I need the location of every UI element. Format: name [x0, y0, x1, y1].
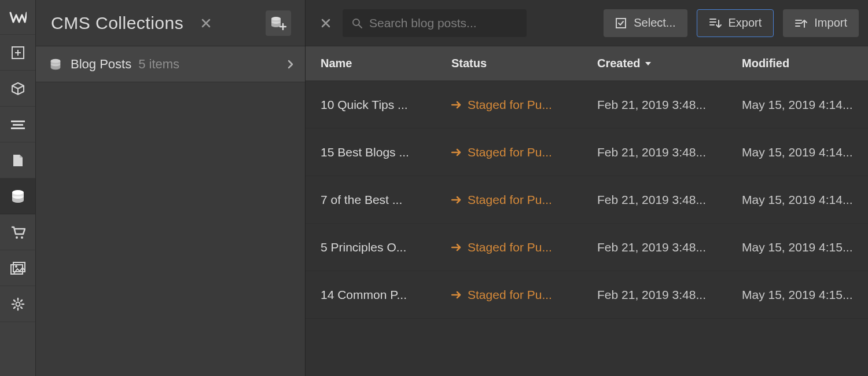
- collection-count: 5 items: [138, 57, 179, 72]
- page-icon[interactable]: [0, 143, 35, 178]
- cell-modified: May 15, 2019 4:15...: [742, 240, 868, 254]
- svg-rect-2: [13, 124, 23, 126]
- export-icon: [709, 17, 722, 29]
- cms-icon[interactable]: [0, 178, 35, 214]
- cell-status: Staged for Pu...: [451, 98, 597, 112]
- svg-point-9: [15, 265, 17, 268]
- select-button[interactable]: Select...: [604, 9, 687, 37]
- cell-name: 5 Principles O...: [306, 240, 451, 254]
- app-root: CMS Collections Blog Posts 5 items: [0, 0, 868, 376]
- settings-icon[interactable]: [0, 286, 35, 322]
- box-icon[interactable]: [0, 71, 35, 107]
- toolbar-close-button[interactable]: [318, 16, 333, 31]
- collection-icon: [50, 59, 61, 70]
- table-row[interactable]: 15 Best Blogs ...Staged for Pu...Feb 21,…: [306, 129, 868, 176]
- collection-row[interactable]: Blog Posts 5 items: [36, 46, 305, 82]
- cell-created: Feb 21, 2019 3:48...: [597, 98, 742, 112]
- svg-rect-1: [11, 121, 25, 122]
- collection-list: Blog Posts 5 items: [36, 46, 305, 376]
- cell-name: 15 Best Blogs ...: [306, 145, 451, 159]
- status-text: Staged for Pu...: [468, 193, 552, 207]
- cell-created: Feb 21, 2019 3:48...: [597, 193, 742, 207]
- table-row[interactable]: 5 Principles O...Staged for Pu...Feb 21,…: [306, 224, 868, 271]
- cell-status: Staged for Pu...: [451, 288, 597, 302]
- svg-point-10: [16, 302, 20, 306]
- chevron-right-icon: [288, 60, 293, 69]
- svg-point-5: [16, 236, 18, 239]
- cell-name: 7 of the Best ...: [306, 193, 451, 207]
- arrow-right-icon: [451, 196, 462, 204]
- cell-modified: May 15, 2019 4:15...: [742, 288, 868, 302]
- arrow-right-icon: [451, 101, 462, 109]
- cell-modified: May 15, 2019 4:14...: [742, 98, 868, 112]
- column-modified[interactable]: Modified: [742, 57, 868, 70]
- sort-desc-icon: [645, 61, 652, 66]
- cell-name: 14 Common P...: [306, 288, 451, 302]
- table-body: 10 Quick Tips ...Staged for Pu...Feb 21,…: [306, 81, 868, 319]
- import-icon: [795, 17, 807, 29]
- toolbar-right: Select... Export Import: [604, 9, 859, 37]
- panel-header: CMS Collections: [36, 0, 305, 46]
- cell-status: Staged for Pu...: [451, 193, 597, 207]
- arrow-right-icon: [451, 148, 462, 156]
- arrow-right-icon: [451, 291, 462, 299]
- table-row[interactable]: 14 Common P...Staged for Pu...Feb 21, 20…: [306, 271, 868, 319]
- search-icon: [352, 18, 362, 28]
- collections-panel: CMS Collections Blog Posts 5 items: [36, 0, 306, 376]
- arrow-right-icon: [451, 243, 462, 251]
- add-icon[interactable]: [0, 35, 35, 71]
- panel-title: CMS Collections: [51, 13, 183, 33]
- table-row[interactable]: 7 of the Best ...Staged for Pu...Feb 21,…: [306, 176, 868, 224]
- toolbar: Select... Export Import: [306, 0, 868, 46]
- cell-name: 10 Quick Tips ...: [306, 98, 451, 112]
- export-label: Export: [729, 16, 762, 30]
- collection-name: Blog Posts: [71, 57, 131, 72]
- status-text: Staged for Pu...: [468, 240, 552, 254]
- cell-status: Staged for Pu...: [451, 145, 597, 159]
- column-created-label: Created: [597, 57, 640, 70]
- export-button[interactable]: Export: [697, 9, 774, 37]
- cell-created: Feb 21, 2019 3:48...: [597, 145, 742, 159]
- panel-close-button[interactable]: [198, 16, 214, 31]
- cell-created: Feb 21, 2019 3:48...: [597, 240, 742, 254]
- select-icon: [615, 17, 627, 29]
- cell-created: Feb 21, 2019 3:48...: [597, 288, 742, 302]
- column-status[interactable]: Status: [451, 57, 597, 70]
- cell-status: Staged for Pu...: [451, 240, 597, 254]
- svg-point-6: [21, 236, 23, 239]
- main-content: Select... Export Import Name Status: [306, 0, 868, 376]
- svg-rect-14: [616, 19, 626, 28]
- import-button[interactable]: Import: [783, 9, 859, 37]
- search-input[interactable]: [369, 16, 517, 30]
- search-box[interactable]: [343, 9, 527, 37]
- cell-modified: May 15, 2019 4:14...: [742, 145, 868, 159]
- status-text: Staged for Pu...: [468, 288, 552, 302]
- column-created[interactable]: Created: [597, 57, 742, 70]
- cell-modified: May 15, 2019 4:14...: [742, 193, 868, 207]
- table-row[interactable]: 10 Quick Tips ...Staged for Pu...Feb 21,…: [306, 81, 868, 129]
- ecommerce-icon[interactable]: [0, 214, 35, 250]
- import-label: Import: [814, 16, 847, 30]
- left-rail: [0, 0, 36, 376]
- layout-icon[interactable]: [0, 107, 35, 143]
- status-text: Staged for Pu...: [468, 145, 552, 159]
- status-text: Staged for Pu...: [468, 98, 552, 112]
- table-header: Name Status Created Modified: [306, 46, 868, 81]
- svg-rect-3: [11, 127, 25, 129]
- select-label: Select...: [634, 16, 675, 30]
- assets-icon[interactable]: [0, 250, 35, 286]
- add-collection-button[interactable]: [266, 10, 291, 36]
- logo-icon[interactable]: [0, 0, 35, 35]
- column-name[interactable]: Name: [306, 57, 451, 70]
